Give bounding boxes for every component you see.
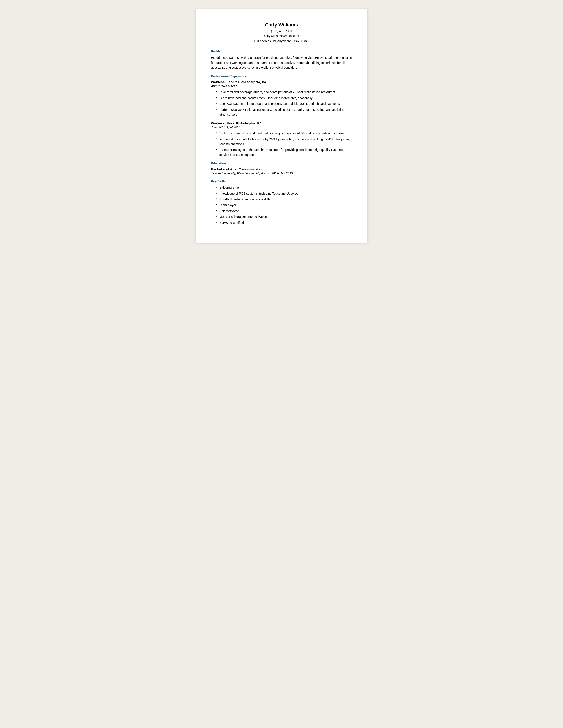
- list-item: Knowledge of POS systems, including Toas…: [215, 191, 352, 196]
- candidate-name: Carly Williams: [211, 22, 352, 28]
- candidate-phone: (123) 456-7890: [211, 29, 352, 33]
- job-2-bullets: Took orders and delivered food and bever…: [211, 131, 352, 157]
- resume-document: Carly Williams (123) 456-7890 carly.will…: [196, 9, 367, 243]
- skills-section-title: Key Skills: [211, 179, 352, 183]
- list-item: Self-motivated: [215, 209, 352, 213]
- job-2-dates: June 2013-April 2016: [211, 126, 352, 129]
- list-item: Perform side work tasks as necessary, in…: [215, 107, 352, 117]
- education-section: Education Bachelor of Arts, Communicatio…: [211, 162, 352, 175]
- profile-text: Experienced waitress with a passion for …: [211, 55, 352, 70]
- job-1-bullets: Take food and beverage orders, and serve…: [211, 90, 352, 117]
- job-1: Waitress, Le Virtu, Philadelphia, PA Apr…: [211, 80, 352, 117]
- list-item: Increased personal alcohol sales by 20% …: [215, 137, 352, 147]
- candidate-address: 123 Address Rd, Anywhere, USA, 12345: [211, 39, 352, 43]
- list-item: Learn new food and cocktail menu, includ…: [215, 96, 352, 100]
- experience-section-title: Professional Experience: [211, 74, 352, 78]
- list-item: Team player: [215, 203, 352, 207]
- job-2-title: Waitress, Birra, Philadelphia, PA: [211, 121, 352, 125]
- list-item: Salesmanship: [215, 185, 352, 190]
- edu-degree: Bachelor of Arts, Communication: [211, 167, 352, 171]
- job-2: Waitress, Birra, Philadelphia, PA June 2…: [211, 121, 352, 157]
- edu-school: Temple University, Philadelphia, PA, Aug…: [211, 172, 352, 175]
- education-section-title: Education: [211, 162, 352, 165]
- resume-header: Carly Williams (123) 456-7890 carly.will…: [211, 22, 352, 43]
- list-item: Named “Employee of the Month” three time…: [215, 147, 352, 157]
- skills-section: Key Skills Salesmanship Knowledge of POS…: [211, 179, 352, 225]
- list-item: Menu and ingredient memorization: [215, 214, 352, 219]
- profile-section: Profile Experienced waitress with a pass…: [211, 50, 352, 70]
- experience-section: Professional Experience Waitress, Le Vir…: [211, 74, 352, 157]
- job-1-title: Waitress, Le Virtu, Philadelphia, PA: [211, 80, 352, 84]
- candidate-email: carly.williams@email.com: [211, 33, 352, 38]
- profile-section-title: Profile: [211, 50, 352, 53]
- skills-bullets: Salesmanship Knowledge of POS systems, i…: [211, 185, 352, 225]
- job-1-dates: April 2016-Present: [211, 84, 352, 88]
- list-item: Took orders and delivered food and bever…: [215, 131, 352, 136]
- list-item: Take food and beverage orders, and serve…: [215, 90, 352, 94]
- list-item: Use POS system to input orders, and proc…: [215, 101, 352, 106]
- list-item: ServSafe-certified: [215, 220, 352, 225]
- list-item: Excellent verbal communication skills: [215, 197, 352, 202]
